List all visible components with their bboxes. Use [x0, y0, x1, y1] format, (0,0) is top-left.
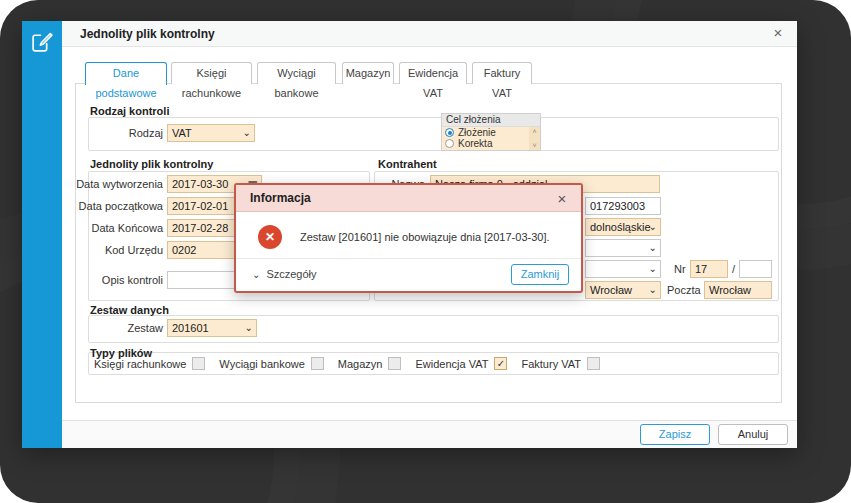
cel-scrollbar[interactable]: ˄ ˅ — [529, 127, 540, 150]
tab-ewidencja-vat[interactable]: Ewidencja VAT — [399, 62, 467, 84]
radio-icon[interactable] — [445, 139, 454, 148]
select-value: 201601 — [172, 322, 209, 334]
save-button[interactable]: Zapisz — [640, 424, 710, 445]
regon-input[interactable]: 017293003 — [585, 197, 661, 215]
chevron-down-icon: ⌄ — [649, 262, 657, 276]
details-label: Szczegóły — [266, 268, 316, 280]
radio-icon[interactable] — [445, 128, 454, 137]
zestaw-select[interactable]: 201601 ⌄ — [167, 319, 257, 337]
date-value: 2017-02-28 — [172, 222, 228, 234]
dialog-title: Informacja — [250, 185, 311, 212]
desktop-background: Jednolity plik kontrolny × Dane podstawo… — [0, 0, 851, 503]
nr-separator: / — [732, 263, 735, 275]
nr-lokalu-input[interactable] — [739, 260, 772, 278]
field-value: 17 — [695, 263, 707, 275]
checkbox-label: Ewidencja VAT — [415, 358, 488, 370]
file-type-magazyn: Magazyn ✓ — [338, 357, 402, 370]
chevron-down-icon: ⌄ — [243, 126, 251, 140]
rodzaj-label: Rodzaj — [42, 127, 163, 139]
chevron-down-icon: ⌄ — [252, 269, 260, 280]
tab-magazyn[interactable]: Magazyn — [342, 62, 394, 84]
details-expander[interactable]: ⌄ Szczegóły — [252, 268, 317, 280]
zestaw-label: Zestaw — [42, 322, 163, 334]
radio-option-korekta[interactable]: Korekta — [442, 138, 540, 149]
chevron-down-icon: ⌄ — [649, 241, 657, 255]
chevron-down-icon: ⌄ — [649, 220, 657, 234]
scroll-up-icon[interactable]: ˄ — [532, 128, 536, 135]
rodzaj-select[interactable]: VAT ⌄ — [167, 124, 255, 142]
chevron-down-icon: ⌄ — [245, 321, 253, 335]
section-title-zestaw-danych: Zestaw danych — [90, 304, 169, 316]
section-title-rodzaj-kontroli: Rodzaj kontroli — [90, 105, 169, 117]
miejscowosc-select[interactable]: Wrocław ⌄ — [585, 281, 661, 299]
nr-label: Nr — [674, 263, 686, 275]
file-type-wyciagi-bankowe: Wyciągi bankowe ✓ — [219, 357, 324, 370]
checkbox-icon[interactable]: ✓ — [587, 357, 600, 370]
chevron-down-icon: ⌄ — [649, 283, 657, 297]
checkbox-icon[interactable]: ✓ — [388, 357, 401, 370]
check-icon: ✓ — [497, 359, 505, 369]
wojewodztwo-select[interactable]: dolnośląskie ⌄ — [585, 218, 661, 236]
powiat-select[interactable]: ⌄ — [585, 239, 661, 257]
select-value: dolnośląskie — [590, 221, 651, 233]
kod-urzedu-label: Kod Urzędu — [42, 244, 163, 256]
opis-kontroli-label: Opis kontroli — [42, 274, 163, 286]
field-value: 017293003 — [590, 200, 645, 212]
ulica-select[interactable]: ⌄ — [585, 260, 661, 278]
rodzaj-select-value: VAT — [172, 127, 192, 139]
scroll-down-icon[interactable]: ˅ — [532, 142, 536, 149]
cel-zlozenia-panel: Cel złożenia Złożenie Korekta ˄ ˅ — [441, 113, 541, 151]
data-wytworzenia-label: Data wytworzenia — [42, 178, 163, 190]
file-type-faktury-vat: Faktury VAT ✓ — [521, 357, 600, 370]
dialog-message: Zestaw [201601] nie obowiązuje dnia [201… — [300, 231, 550, 243]
window-title: Jednolity plik kontrolny — [80, 21, 215, 47]
poczta-input[interactable]: Wrocław — [704, 281, 772, 299]
date-value: 2017-02-01 — [172, 200, 228, 212]
window-close-icon[interactable]: × — [769, 24, 787, 42]
data-poczatkowa-label: Data początkowa — [42, 200, 163, 212]
tab-faktury-vat[interactable]: Faktury VAT — [472, 62, 532, 84]
checkbox-label: Faktury VAT — [521, 358, 581, 370]
radio-label: Korekta — [458, 138, 492, 149]
checkbox-label: Magazyn — [338, 358, 383, 370]
nr-input[interactable]: 17 — [690, 260, 728, 278]
window-titlebar: Jednolity plik kontrolny — [62, 21, 797, 47]
file-types-row: Księgi rachunkowe ✓ Wyciągi bankowe ✓ Ma… — [94, 357, 600, 370]
checkbox-icon[interactable]: ✓ — [192, 357, 205, 370]
poczta-label: Poczta — [667, 284, 701, 296]
error-icon: ✕ — [258, 225, 282, 249]
window-sidebar — [22, 21, 62, 448]
checkbox-label: Wyciągi bankowe — [219, 358, 305, 370]
dialog-close-button[interactable]: Zamknij — [511, 264, 569, 285]
dialog-footer: ⌄ Szczegóły Zamknij — [236, 258, 581, 291]
radio-label: Złożenie — [458, 127, 496, 138]
field-value: 0202 — [172, 244, 196, 256]
dialog-header: Informacja × — [236, 185, 581, 212]
tab-ksiegi-rachunkowe[interactable]: Księgi rachunkowe — [171, 62, 252, 84]
date-value: 2017-03-30 — [172, 178, 228, 190]
data-koncowa-label: Data Końcowa — [42, 222, 163, 234]
checkbox-icon[interactable]: ✓ — [494, 357, 507, 370]
radio-option-zlozenie[interactable]: Złożenie — [442, 127, 540, 138]
checkbox-label: Księgi rachunkowe — [94, 358, 186, 370]
dialog-close-icon[interactable]: × — [553, 190, 571, 208]
tab-dane-podstawowe[interactable]: Dane podstawowe — [85, 62, 167, 85]
select-value: Wrocław — [590, 284, 632, 296]
section-title-kontrahent: Kontrahent — [378, 158, 437, 170]
section-title-jpk: Jednolity plik kontrolny — [90, 158, 213, 170]
cel-zlozenia-header: Cel złożenia — [442, 114, 540, 127]
field-value: Wrocław — [709, 284, 751, 296]
jpk-window: Jednolity plik kontrolny × Dane podstawo… — [22, 21, 797, 448]
file-type-ewidencja-vat: Ewidencja VAT ✓ — [415, 357, 507, 370]
cancel-button[interactable]: Anuluj — [718, 424, 788, 445]
checkbox-icon[interactable]: ✓ — [311, 357, 324, 370]
tab-wyciagi-bankowe[interactable]: Wyciągi bankowe — [257, 62, 336, 84]
file-type-ksiegi-rachunkowe: Księgi rachunkowe ✓ — [94, 357, 205, 370]
informacja-dialog: Informacja × ✕ Zestaw [201601] nie obowi… — [234, 183, 583, 293]
